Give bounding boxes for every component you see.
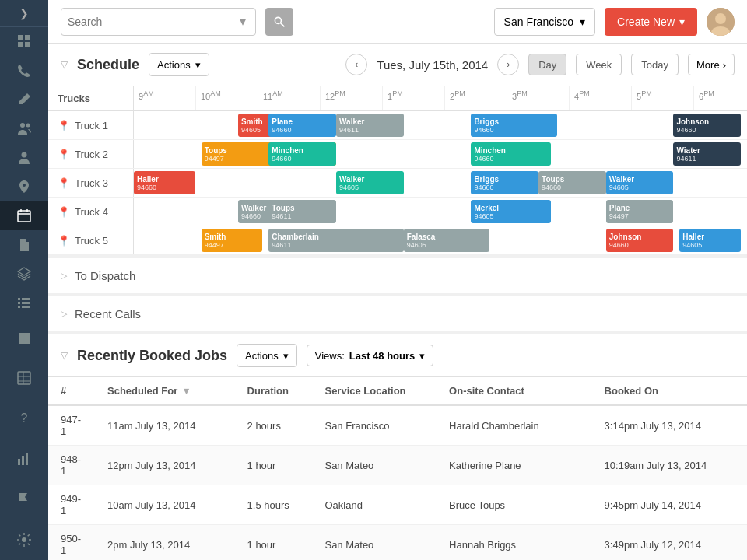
truck4-timeline: Walker94660 Toups94611 Merkel94605 Plane… xyxy=(134,198,747,226)
create-new-button[interactable]: Create New ▾ xyxy=(605,8,697,36)
search-box[interactable]: ▾ xyxy=(61,8,256,36)
event-toups-t3[interactable]: Toups94660 xyxy=(538,171,606,194)
svg-point-6 xyxy=(22,152,27,157)
time-headers: 9AM 10AM 11AM 12PM 1PM 2PM 3PM 4PM 5PM 6… xyxy=(134,86,747,110)
col-scheduled-header[interactable]: Scheduled For ▾ xyxy=(95,377,235,405)
more-button[interactable]: More › xyxy=(688,54,735,75)
event-minchen2-t2[interactable]: Minchen94660 xyxy=(471,142,550,166)
search-chevron-icon: ▾ xyxy=(240,14,246,29)
week-view-button[interactable]: Week xyxy=(576,54,622,75)
truck1-name: Truck 1 xyxy=(75,120,108,131)
location-chevron-icon: ▾ xyxy=(580,16,585,28)
search-input[interactable] xyxy=(68,16,237,28)
today-button[interactable]: Today xyxy=(631,54,679,75)
sidebar-item-layers[interactable] xyxy=(0,259,48,288)
event-falasca-t5[interactable]: Falasca94605 xyxy=(404,229,489,252)
views-chevron-icon: ▾ xyxy=(419,350,425,362)
cell-contact: Bruce Toups xyxy=(437,485,592,525)
sidebar-item-edit[interactable] xyxy=(0,85,48,114)
sidebar-item-document[interactable] xyxy=(0,230,48,259)
event-plane-94660-t1[interactable]: Plane94660 xyxy=(268,114,336,137)
table-row[interactable]: 950-1 2pm July 13, 2014 1 hour San Mateo… xyxy=(48,525,747,561)
table-header: # Scheduled For ▾ Duration Service Locat… xyxy=(48,377,747,405)
recent-calls-header[interactable]: ▷ Recent Calls xyxy=(48,296,747,331)
event-plane-t4[interactable]: Plane94497 xyxy=(606,200,674,223)
cell-scheduled: 12pm July 13, 2014 xyxy=(95,446,235,485)
event-haller-t3[interactable]: Haller94660 xyxy=(134,171,195,194)
col-contact-header[interactable]: On-site Contact xyxy=(437,377,592,405)
next-date-button[interactable]: › xyxy=(497,54,519,75)
event-merkel-t4[interactable]: Merkel94605 xyxy=(471,200,550,223)
sidebar-item-person[interactable] xyxy=(0,143,48,172)
cell-scheduled: 2pm July 13, 2014 xyxy=(95,525,235,561)
truck1-row: 📍 Truck 1 Smith94605 Plane94660 xyxy=(48,111,747,140)
event-minchen-t2[interactable]: Minchen94660 xyxy=(268,142,336,166)
time-12pm: 12PM xyxy=(321,86,383,110)
col-location-header[interactable]: Service Location xyxy=(312,377,437,405)
sidebar-item-settings[interactable] xyxy=(0,520,48,560)
booked-actions-button[interactable]: Actions ▾ xyxy=(237,344,297,367)
col-booked-header[interactable]: Booked On xyxy=(592,377,747,405)
col-hash-header[interactable]: # xyxy=(48,377,95,405)
table-row[interactable]: 948-1 12pm July 13, 2014 1 hour San Mate… xyxy=(48,446,747,485)
to-dispatch-title: To Dispatch xyxy=(75,269,135,282)
svg-rect-9 xyxy=(22,298,30,300)
cell-contact: Hannah Briggs xyxy=(437,525,592,561)
event-briggs-t1[interactable]: Briggs94660 xyxy=(471,114,556,137)
col-duration-header[interactable]: Duration xyxy=(235,377,313,405)
create-new-chevron-icon: ▾ xyxy=(679,16,685,28)
truck3-name: Truck 3 xyxy=(75,177,108,189)
sidebar-item-grid[interactable] xyxy=(0,27,48,56)
event-walker-94611-t1[interactable]: Walker94611 xyxy=(336,114,404,137)
sidebar-item-calendar[interactable] xyxy=(0,201,48,230)
cell-booked: 3:49pm July 12, 2014 xyxy=(592,525,747,561)
sidebar-item-flag[interactable] xyxy=(0,479,48,520)
truck3-timeline: Haller94660 Walker94605 Briggs94660 Toup… xyxy=(134,169,747,197)
table-row[interactable]: 947-1 11am July 13, 2014 2 hours San Fra… xyxy=(48,405,747,446)
event-briggs-t3[interactable]: Briggs94660 xyxy=(471,171,538,194)
cell-duration: 1.5 hours xyxy=(235,485,313,525)
prev-date-button[interactable]: ‹ xyxy=(345,54,367,75)
schedule-actions-button[interactable]: Actions ▾ xyxy=(149,53,209,76)
content-area: ▽ Schedule Actions ▾ ‹ Tues, July 15th, … xyxy=(48,44,747,560)
day-view-button[interactable]: Day xyxy=(528,54,566,75)
booked-jobs-title: Recently Booked Jobs xyxy=(77,348,227,364)
sidebar-item-table[interactable] xyxy=(0,358,48,398)
truck4-row: 📍 Truck 4 Walker94660 Toups94611 xyxy=(48,198,747,226)
event-walker2-t3[interactable]: Walker94605 xyxy=(606,171,674,194)
sidebar-toggle[interactable]: ❯ xyxy=(0,0,48,27)
sidebar-item-location[interactable] xyxy=(0,172,48,201)
sidebar-item-list[interactable] xyxy=(0,289,48,317)
more-label: More xyxy=(696,59,720,71)
sidebar-item-users[interactable] xyxy=(0,114,48,143)
event-smith-t5[interactable]: Smith94497 xyxy=(202,229,263,252)
event-toups-t4[interactable]: Toups94611 xyxy=(268,200,336,223)
event-johnson-t1[interactable]: Johnson94660 xyxy=(673,114,741,137)
svg-rect-10 xyxy=(18,302,20,304)
location-selector[interactable]: San Francisco ▾ xyxy=(494,8,595,36)
time-9am: 9AM xyxy=(134,86,196,110)
sidebar-item-report[interactable] xyxy=(0,439,48,479)
event-walker-t3[interactable]: Walker94605 xyxy=(336,171,404,194)
event-wiater-t2[interactable]: Wiater94611 xyxy=(673,142,741,166)
to-dispatch-header[interactable]: ▷ To Dispatch xyxy=(48,258,747,293)
cell-id: 948-1 xyxy=(48,446,95,485)
sidebar-item-help[interactable]: ? xyxy=(0,398,48,439)
cell-duration: 2 hours xyxy=(235,405,313,446)
event-chamberlain-t5[interactable]: Chamberlain94611 xyxy=(268,229,403,252)
cell-booked: 3:14pm July 13, 2014 xyxy=(592,405,747,446)
search-button[interactable] xyxy=(265,8,293,36)
table-row[interactable]: 949-1 10am July 13, 2014 1.5 hours Oakla… xyxy=(48,485,747,525)
svg-rect-11 xyxy=(22,302,30,304)
event-johnson-t5[interactable]: Johnson94660 xyxy=(606,229,674,252)
sidebar-item-book[interactable] xyxy=(0,317,48,358)
booked-collapse-icon[interactable]: ▽ xyxy=(61,350,68,361)
cell-id: 947-1 xyxy=(48,405,95,446)
svg-rect-2 xyxy=(18,42,23,47)
event-haller-t5[interactable]: Haller94605 xyxy=(679,229,741,252)
user-avatar[interactable] xyxy=(707,8,735,36)
views-selector[interactable]: Views: Last 48 hours ▾ xyxy=(307,345,434,366)
sidebar-item-phone[interactable] xyxy=(0,56,48,85)
time-3pm: 3PM xyxy=(507,86,570,110)
schedule-collapse-icon[interactable]: ▽ xyxy=(61,59,68,70)
